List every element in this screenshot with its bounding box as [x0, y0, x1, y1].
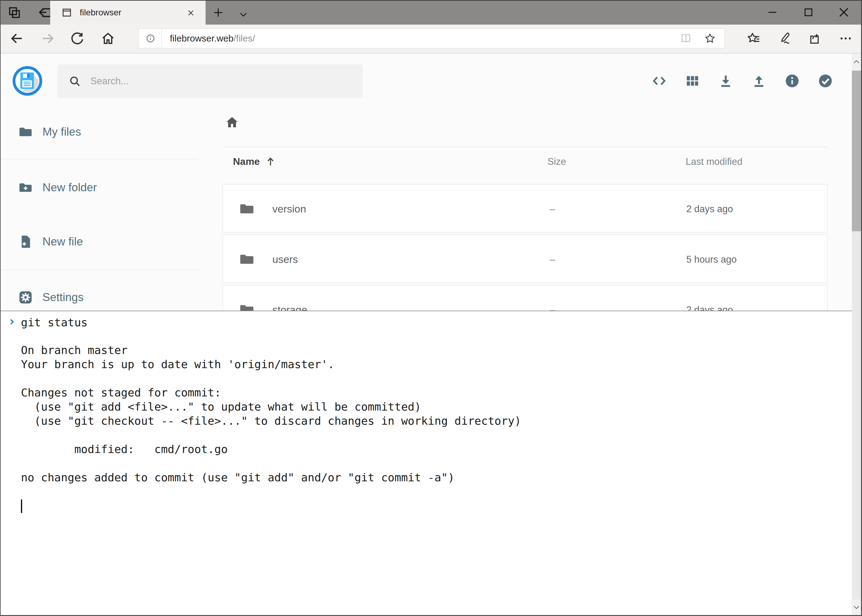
close-window-button[interactable] [828, 1, 860, 24]
terminal-output: On branch master Your branch is up to da… [21, 343, 521, 485]
grid-view-button[interactable] [684, 73, 700, 89]
folder-icon [238, 201, 255, 217]
close-icon [837, 5, 851, 20]
file-name: users [273, 253, 298, 266]
upload-icon [751, 73, 767, 89]
scrollbar-thumb[interactable] [852, 71, 861, 231]
column-header-modified[interactable]: Last modified [686, 156, 742, 167]
sidebar-item-settings[interactable]: Settings [0, 282, 199, 313]
file-row-users[interactable]: users – 5 hours ago [222, 234, 827, 283]
new-tab-button[interactable] [210, 4, 227, 21]
info-icon [784, 73, 800, 89]
favorites-hub-button[interactable] [744, 29, 763, 48]
sidebar-divider [0, 159, 199, 159]
chevron-down-icon [853, 604, 860, 611]
plus-icon [212, 6, 224, 19]
listing-divider [222, 147, 827, 147]
home-icon [225, 115, 240, 130]
star-list-icon [747, 31, 761, 46]
tab-title: filebrowser [80, 8, 121, 17]
share-icon [808, 31, 822, 46]
terminal-prompt-chevron: › [8, 314, 16, 329]
filebrowser-page: My files New folder New file Settings Na… [0, 53, 862, 616]
search-icon [68, 75, 81, 88]
sidebar-item-my-files[interactable]: My files [0, 116, 199, 147]
scroll-down-button[interactable] [852, 599, 861, 615]
terminal-cursor [21, 500, 22, 513]
back-button[interactable] [7, 29, 27, 48]
upload-button[interactable] [751, 73, 767, 89]
sidebar-item-label: New file [43, 235, 83, 248]
close-tab-button[interactable] [186, 8, 196, 18]
forward-button[interactable] [38, 29, 57, 48]
home-button[interactable] [98, 29, 118, 48]
info-button[interactable] [784, 73, 800, 89]
browser-navbar: filebrowser.web/files/ [0, 25, 862, 53]
filebrowser-logo[interactable] [13, 66, 42, 96]
sidebar-item-label: New folder [43, 181, 97, 194]
file-row-version[interactable]: version – 2 days ago [222, 184, 827, 233]
file-modified: 5 hours ago [686, 254, 737, 265]
star-icon [704, 33, 716, 44]
refresh-button[interactable] [68, 29, 87, 48]
file-size: – [546, 254, 559, 265]
terminal-command: git status [21, 316, 88, 330]
page-icon [61, 7, 72, 18]
pen-icon [777, 31, 791, 46]
folder-icon [18, 124, 33, 140]
more-icon [838, 31, 853, 46]
grid-icon [685, 73, 700, 89]
folder-plus-icon [18, 180, 33, 195]
terminal-panel[interactable]: › git status On branch master Your branc… [0, 311, 852, 616]
sidebar-item-label: Settings [43, 291, 84, 304]
more-menu-button[interactable] [836, 29, 855, 48]
browser-window: filebrowser [0, 0, 862, 616]
scroll-up-button[interactable] [852, 53, 861, 70]
search-input[interactable] [90, 75, 363, 87]
column-header-name[interactable]: Name [233, 156, 276, 167]
refresh-icon [70, 31, 84, 46]
chevron-down-icon [238, 9, 248, 19]
download-button[interactable] [718, 73, 734, 89]
folder-icon [238, 251, 255, 267]
raw-view-button[interactable] [651, 73, 667, 89]
browser-tab[interactable]: filebrowser [50, 1, 206, 25]
sidebar-item-new-file[interactable]: New file [0, 226, 199, 257]
share-button[interactable] [805, 29, 824, 48]
file-plus-icon [18, 234, 33, 250]
check-circle-icon [817, 73, 834, 89]
site-info-icon[interactable] [145, 33, 155, 43]
close-icon [186, 8, 195, 17]
file-name: version [273, 203, 306, 215]
page-scrollbar[interactable] [852, 53, 861, 615]
window-frame-left [0, 0, 1, 616]
breadcrumb-home-button[interactable] [225, 115, 240, 130]
arrow-right-icon [40, 31, 55, 46]
reading-view-button[interactable] [680, 33, 692, 44]
chevron-up-icon [853, 58, 860, 66]
web-note-button[interactable] [775, 29, 794, 48]
url-path: /files/ [233, 33, 255, 44]
maximize-icon [802, 6, 815, 19]
maximize-button[interactable] [793, 1, 824, 24]
arrow-left-icon [9, 31, 24, 46]
file-size: – [546, 204, 559, 215]
file-modified: 2 days ago [686, 204, 733, 215]
add-favorite-button[interactable] [704, 33, 716, 44]
tab-preview-button[interactable] [6, 4, 23, 21]
gear-icon [18, 290, 33, 305]
search-box[interactable] [57, 64, 363, 98]
address-bar[interactable]: filebrowser.web/files/ [139, 28, 725, 48]
url-host: filebrowser.web [170, 33, 233, 44]
sidebar-item-label: My files [43, 126, 81, 138]
sidebar-item-new-folder[interactable]: New folder [0, 172, 199, 203]
column-header-size[interactable]: Size [547, 156, 566, 167]
window-frame-top [0, 0, 862, 1]
minimize-icon [766, 6, 779, 19]
stacked-tabs-icon [8, 6, 21, 19]
tab-bar: filebrowser [0, 0, 862, 25]
minimize-button[interactable] [756, 1, 788, 24]
tab-list-chevron-button[interactable] [235, 6, 252, 23]
select-toggle-button[interactable] [817, 73, 834, 89]
floppy-disk-icon [16, 69, 39, 93]
